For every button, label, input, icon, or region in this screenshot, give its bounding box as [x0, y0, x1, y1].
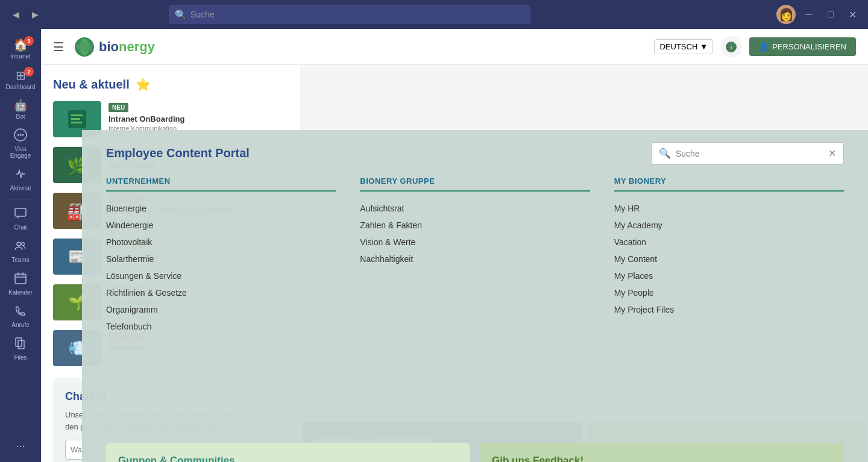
mega-col-title-my-bionery: MY BIONERY — [614, 176, 844, 192]
sidebar-label-anrufe: Anrufe — [11, 322, 29, 328]
mega-link-aufsichtsrat[interactable]: Aufsichtsrat — [360, 200, 590, 217]
mega-link-nachhaltigkeit[interactable]: Nachhaltigkeit — [360, 251, 590, 267]
svg-rect-7 — [15, 274, 26, 284]
search-input[interactable] — [190, 10, 524, 19]
search-icon: 🔍 — [175, 9, 187, 20]
main-content: ☰ bionergy DEUTSCH ▼ — [41, 29, 868, 462]
sidebar-item-intranet[interactable]: 🏠 Intranet 3 — [2, 34, 39, 63]
svg-point-5 — [17, 242, 20, 246]
mega-link-organigramm[interactable]: Organigramm — [106, 301, 336, 318]
sidebar-item-anrufe[interactable]: Anrufe — [2, 301, 39, 332]
close-icon[interactable]: ✕ — [828, 148, 836, 159]
svg-point-6 — [22, 243, 25, 246]
star-icon: ⭐ — [136, 77, 151, 92]
maximize-button[interactable]: □ — [822, 6, 839, 23]
svg-point-15 — [76, 42, 93, 52]
mega-link-my-academy[interactable]: My Academy — [614, 217, 844, 234]
title-bar: ◀ ▶ 🔍 👩 ─ □ ✕ — [0, 0, 868, 29]
sidebar: 🏠 Intranet 3 ⊞ Dashboard 2 🤖 Bot Viva En… — [0, 29, 41, 462]
sidebar-label-aktivitat: Aktivität — [10, 185, 31, 192]
mega-col-bionery-gruppe: BIONERY GRUPPE Aufsichtsrat Zahlen & Fak… — [360, 176, 590, 335]
mega-bottom-cards: Guppen & Communities Erfahre mehr über G… — [82, 431, 868, 463]
top-bar-right: DEUTSCH ▼ i 👤 PERSONALISIEREN — [654, 36, 856, 58]
avatar[interactable]: 👩 — [776, 5, 796, 24]
back-button[interactable]: ◀ — [7, 6, 24, 23]
title-search-bar[interactable]: 🔍 — [169, 5, 530, 24]
sidebar-label-dashboard: Dashboard — [6, 84, 36, 90]
language-selector[interactable]: DEUTSCH ▼ — [654, 39, 713, 54]
mega-link-my-project-files[interactable]: My Project Files — [614, 301, 844, 318]
communities-title: Guppen & Communities — [118, 455, 458, 463]
svg-rect-21 — [71, 122, 82, 123]
mega-col-title-bionery-gruppe: BIONERY GRUPPE — [360, 176, 590, 192]
phone-icon — [14, 304, 27, 320]
sidebar-label-viva-engage: Viva Engage — [5, 146, 36, 159]
mega-link-windenergie[interactable]: Windenergie — [106, 217, 336, 234]
feedback-title: Gib uns Feedback! — [492, 455, 832, 463]
mega-link-bioenergie[interactable]: Bioenergie — [106, 200, 336, 217]
sidebar-item-kalender[interactable]: Kalender — [2, 268, 39, 299]
news-info: NEU Intranet OnBoarding Interne Kommunik… — [108, 101, 288, 132]
sidebar-label-intranet: Intranet — [10, 53, 31, 60]
mega-link-losungen[interactable]: Lösungen & Service — [106, 267, 336, 284]
minimize-button[interactable]: ─ — [800, 6, 817, 23]
svg-rect-12 — [18, 340, 24, 349]
sidebar-item-files[interactable]: Files — [2, 333, 39, 364]
close-button[interactable]: ✕ — [844, 6, 861, 23]
mega-col-unternehmen: UNTERNEHMEN Bioenergie Windenergie Photo… — [106, 176, 336, 335]
language-label: DEUTSCH — [659, 42, 697, 51]
svg-rect-11 — [16, 338, 22, 346]
sidebar-divider-1 — [8, 199, 33, 199]
personalize-button[interactable]: 👤 PERSONALISIEREN — [749, 37, 856, 56]
logo: bionergy — [74, 36, 155, 58]
mega-link-solarthermie[interactable]: Solarthermie — [106, 251, 336, 267]
mega-link-my-places[interactable]: My Places — [614, 267, 844, 284]
page-body: Neu & aktuell ⭐ NEU Intranet OnBoarding … — [41, 65, 868, 462]
viva-engage-icon — [14, 128, 27, 145]
files-icon — [14, 337, 27, 353]
sidebar-label-kalender: Kalender — [8, 289, 33, 296]
mega-menu-title: Employee Content Portal — [106, 146, 250, 160]
chat-icon — [14, 207, 27, 223]
sidebar-item-viva-engage[interactable]: Viva Engage — [2, 125, 39, 163]
svg-rect-19 — [71, 114, 83, 116]
logo-text-bio: bio — [99, 39, 119, 54]
logo-text-nergy: nergy — [119, 39, 155, 54]
mega-menu-columns: UNTERNEHMEN Bioenergie Windenergie Photo… — [82, 170, 868, 341]
intranet-badge: 3 — [24, 36, 34, 46]
hamburger-menu[interactable]: ☰ — [53, 40, 64, 54]
news-item-title: Intranet OnBoarding — [108, 114, 288, 123]
mega-link-vision-werte[interactable]: Vision & Werte — [360, 234, 590, 251]
sidebar-label-bot: Bot — [16, 113, 25, 120]
mega-search-icon: 🔍 — [659, 148, 671, 159]
news-title: Neu & aktuell — [53, 78, 130, 92]
sidebar-item-bot[interactable]: 🤖 Bot — [2, 95, 39, 123]
title-bar-right: 👩 ─ □ ✕ — [776, 5, 861, 24]
mega-link-vacation[interactable]: Vacation — [614, 234, 844, 251]
news-tag: NEU — [108, 103, 128, 112]
mega-link-my-people[interactable]: My People — [614, 284, 844, 301]
feedback-card: Gib uns Feedback! Hilf uns, uns zu verbe… — [480, 443, 844, 463]
mega-link-my-content[interactable]: My Content — [614, 251, 844, 267]
mega-link-zahlen-fakten[interactable]: Zahlen & Fakten — [360, 217, 590, 234]
chevron-down-icon: ▼ — [700, 42, 708, 51]
mega-search-bar[interactable]: 🔍 ✕ — [651, 142, 844, 164]
sidebar-item-aktivitat[interactable]: Aktivität — [2, 164, 39, 195]
sidebar-item-chat[interactable]: Chat — [2, 203, 39, 234]
sidebar-item-teams[interactable]: Teams — [2, 236, 39, 267]
communities-card: Guppen & Communities Erfahre mehr über G… — [106, 443, 470, 463]
mega-link-telefonbuch[interactable]: Telefonbuch — [106, 318, 336, 335]
more-button[interactable]: ··· — [11, 435, 30, 457]
mega-search-input[interactable] — [676, 149, 823, 158]
sidebar-item-dashboard[interactable]: ⊞ Dashboard 2 — [2, 64, 39, 94]
forward-button[interactable]: ▶ — [27, 6, 43, 23]
mega-link-richtlinien[interactable]: Richtlinien & Gesetze — [106, 284, 336, 301]
personalize-label: PERSONALISIEREN — [772, 42, 846, 51]
sidebar-label-files: Files — [14, 354, 27, 361]
app-layout: 🏠 Intranet 3 ⊞ Dashboard 2 🤖 Bot Viva En… — [0, 29, 868, 462]
logo-text: bionergy — [99, 39, 155, 55]
mega-link-my-hr[interactable]: My HR — [614, 200, 844, 217]
notification-button[interactable]: i — [720, 36, 742, 58]
svg-point-1 — [17, 134, 19, 136]
mega-link-photovoltaik[interactable]: Photovoltaik — [106, 234, 336, 251]
